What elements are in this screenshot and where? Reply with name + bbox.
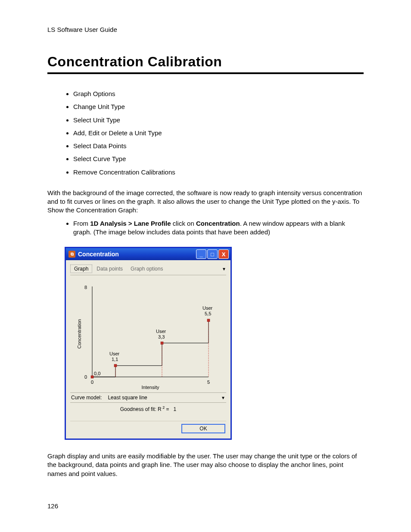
data-point[interactable] (161, 342, 163, 344)
closing-paragraph: Graph display and units are easily modif… (47, 452, 364, 478)
title-rule (47, 72, 364, 74)
tab-bar: Graph Data points Graph options ▼ (70, 264, 226, 275)
app-icon: ⧉ (68, 251, 75, 258)
close-button[interactable]: X (218, 249, 229, 259)
point-label-name: User (156, 329, 166, 334)
text: click on (171, 220, 196, 227)
x-tick: 5 (207, 380, 210, 385)
intro-paragraph: With the background of the image correct… (47, 189, 364, 215)
tab-dropdown-icon[interactable]: ▼ (222, 267, 226, 271)
origin-label: 0,0 (94, 371, 100, 376)
list-item: Change Unit Type (73, 103, 364, 111)
data-point[interactable] (114, 364, 117, 367)
point-label-val: 3,3 (158, 334, 165, 339)
gof-value: 1 (174, 406, 177, 412)
running-head: LS Software User Guide (47, 26, 364, 33)
x-tick: 0 (91, 380, 93, 385)
gof-label: Goodness of fit: R (120, 406, 162, 412)
list-item: Add, Edit or Delete a Unit Type (73, 129, 364, 137)
tab-graph[interactable]: Graph (70, 264, 92, 273)
curve-model-value: Least square line (108, 395, 147, 401)
topic-list: Graph Options Change Unit Type Select Un… (73, 90, 364, 177)
ok-button[interactable]: OK (181, 424, 225, 433)
curve-model-row[interactable]: Curve model: Least square line ▼ (70, 392, 226, 403)
x-axis-label: Intensity (142, 385, 159, 390)
data-point[interactable] (91, 376, 93, 378)
y-tick: 0 (84, 374, 87, 380)
concentration-window: ⧉ Concentration _ □ X Graph Data points … (65, 247, 232, 440)
window-title: Concentration (78, 251, 119, 258)
data-point[interactable] (207, 319, 210, 322)
y-tick: 8 (84, 285, 87, 290)
point-label-name: User (109, 351, 120, 356)
list-item: Remove Concentration Calibrations (73, 168, 364, 177)
list-item: Select Data Points (73, 142, 364, 150)
tab-data-points[interactable]: Data points (93, 265, 126, 273)
chevron-down-icon[interactable]: ▼ (221, 395, 225, 400)
titlebar[interactable]: ⧉ Concentration _ □ X (66, 248, 230, 260)
point-label-val: 1,1 (112, 357, 118, 362)
goodness-of-fit: Goodness of fit: R 2 = 1 (70, 403, 226, 419)
instruction-item: From 1D Analysis > Lane Profile click on… (73, 219, 364, 237)
list-item: Graph Options (73, 90, 364, 98)
menu-target: Concentration (196, 220, 240, 227)
text: From (73, 220, 90, 227)
list-item: Select Curve Type (73, 155, 364, 163)
maximize-button[interactable]: □ (207, 249, 218, 259)
tab-graph-options[interactable]: Graph options (127, 265, 166, 273)
point-label-val: 5,5 (205, 311, 211, 316)
list-item: Select Unit Type (73, 116, 364, 124)
chart: 8 0 0,0 0 5 Intensity Concentration (75, 278, 221, 390)
point-label-name: User (202, 305, 213, 311)
y-axis-label: Concentration (77, 319, 82, 349)
window-body: Graph Data points Graph options ▼ 8 0 0,… (66, 260, 230, 439)
gof-eq: = (165, 406, 169, 412)
chart-svg: 8 0 0,0 0 5 Intensity Concentration (75, 278, 221, 390)
minimize-button[interactable]: _ (196, 249, 206, 259)
curve-model-label: Curve model: (71, 395, 102, 401)
page-title: Concentration Calibration (47, 54, 364, 70)
menu-path: 1D Analysis > Lane Profile (90, 220, 171, 227)
instruction-list: From 1D Analysis > Lane Profile click on… (73, 219, 364, 237)
page-number: 126 (47, 502, 58, 510)
